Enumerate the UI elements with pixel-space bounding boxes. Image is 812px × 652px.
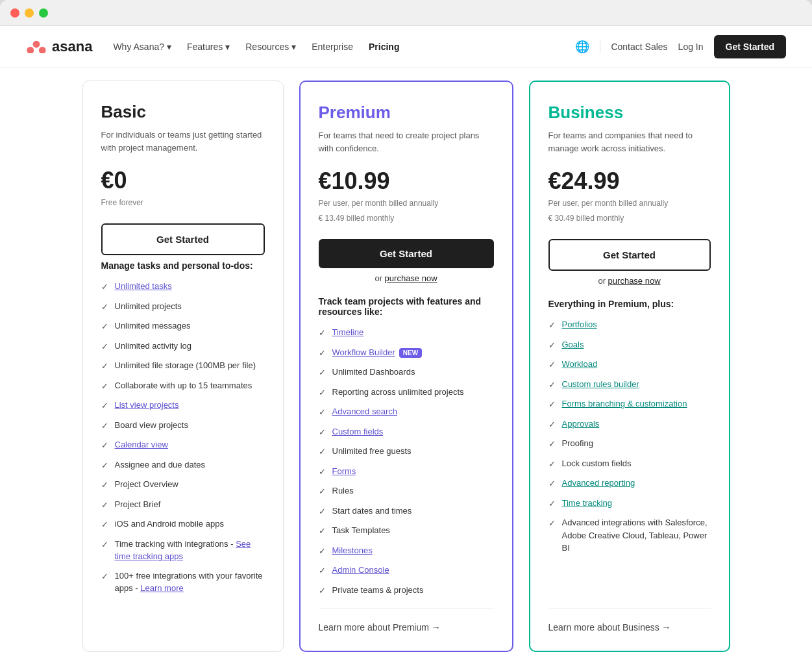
list-item: ✓Advanced search [319,405,494,419]
check-icon: ✓ [101,320,108,333]
list-item: ✓Custom fields [319,425,494,439]
maximize-button[interactable] [39,8,48,18]
premium-price-sub2: € 13.49 billed monthly [319,212,494,225]
traffic-lights [10,8,48,18]
check-icon: ✓ [101,439,108,452]
check-icon: ✓ [319,505,326,518]
check-icon: ✓ [319,386,326,399]
premium-features-heading: Track team projects with features and re… [319,296,494,317]
list-item: ✓Unlimited projects [101,300,265,314]
feature-link[interactable]: Unlimited tasks [115,281,172,291]
check-icon: ✓ [548,438,556,451]
check-icon: ✓ [548,477,556,490]
check-icon: ✓ [319,366,326,379]
feature-link[interactable]: Calendar view [115,440,168,449]
list-item: ✓Timeline [319,326,494,340]
business-plan-name: Business [548,103,711,123]
feature-link[interactable]: Advanced search [332,407,397,416]
learn-more-integrations-link[interactable]: Learn more [140,583,183,593]
feature-link[interactable]: Forms [332,466,356,476]
goals-link[interactable]: Goals [562,340,584,349]
list-item: ✓Advanced reporting [548,477,711,490]
premium-cta-button[interactable]: Get Started [319,239,494,268]
list-item: ✓Admin Console [319,564,494,577]
check-icon: ✓ [548,379,556,392]
logo[interactable]: asana [26,38,92,55]
business-purchase-row: or purchase now [548,276,711,286]
check-icon: ✓ [101,360,108,373]
contact-sales-link[interactable]: Contact Sales [611,42,667,52]
nav-resources[interactable]: Resources ▾ [245,42,296,52]
list-item: ✓Unlimited Dashboards [319,366,494,379]
check-icon: ✓ [101,420,108,433]
premium-plan-card: Premium For teams that need to create pr… [299,81,513,652]
portfolios-link[interactable]: Portfolios [562,320,597,329]
nav-links: Why Asana? ▾ Features ▾ Resources ▾ Ente… [113,42,575,52]
feature-link[interactable]: Milestones [332,545,373,555]
list-item: ✓100+ free integrations with your favori… [101,570,265,595]
workload-link[interactable]: Workload [562,359,598,369]
check-icon: ✓ [101,518,108,531]
minimize-button[interactable] [25,8,34,18]
list-item: ✓Forms branching & customization [548,397,711,411]
check-icon: ✓ [101,538,108,551]
list-item: ✓Workload [548,358,711,371]
nav-why-asana[interactable]: Why Asana? ▾ [113,42,171,52]
feature-link[interactable]: Admin Console [332,565,389,575]
nav-right: 🌐 Contact Sales Log In Get Started [575,35,786,58]
business-cta-button[interactable]: Get Started [548,239,711,271]
check-icon: ✓ [548,339,556,352]
business-plan-price: €24.99 [548,168,711,195]
custom-rules-link[interactable]: Custom rules builder [562,379,639,389]
approvals-link[interactable]: Approvals [562,419,600,429]
feature-link[interactable]: Timeline [332,327,364,337]
business-price-sub2: € 30.49 billed monthly [548,212,711,225]
list-item: ✓Project Overview [101,478,265,492]
nav-enterprise[interactable]: Enterprise [312,42,353,52]
business-footer: Learn more about Business → [548,608,711,633]
see-time-tracking-link[interactable]: See time tracking apps [115,539,251,562]
basic-cta-button[interactable]: Get Started [101,223,265,255]
nav-divider [600,40,600,53]
list-item: ✓Goals [548,338,711,352]
check-icon: ✓ [548,398,556,411]
list-item: ✓Unlimited free guests [319,445,494,458]
svg-point-0 [33,40,40,47]
forms-branching-link[interactable]: Forms branching & customization [562,399,687,408]
close-button[interactable] [10,8,19,18]
feature-link[interactable]: Custom fields [332,427,384,436]
premium-feature-list: ✓Timeline ✓Workflow BuilderNEW ✓Unlimite… [319,326,494,608]
basic-feature-list: ✓Unlimited tasks ✓Unlimited projects ✓Un… [101,280,265,633]
list-item: ✓Assignee and due dates [101,458,265,472]
business-plan-card: Business For teams and companies that ne… [529,81,730,652]
svg-point-1 [27,47,34,53]
check-icon: ✓ [101,499,108,512]
nav-features[interactable]: Features ▾ [187,42,230,52]
premium-purchase-row: or purchase now [319,273,494,283]
asana-logo-icon [26,40,47,53]
business-features-heading: Everything in Premium, plus: [548,299,711,309]
list-item: ✓Reporting across unlimited projects [319,386,494,399]
svg-point-2 [39,47,46,53]
feature-link[interactable]: List view projects [115,400,179,410]
learn-more-premium-link[interactable]: Learn more about Premium → [319,622,494,633]
premium-purchase-link[interactable]: purchase now [385,273,437,283]
business-purchase-link[interactable]: purchase now [608,276,661,286]
get-started-button[interactable]: Get Started [714,35,786,58]
check-icon: ✓ [101,301,108,314]
check-icon: ✓ [319,584,326,597]
business-plan-desc: For teams and companies that need to man… [548,129,711,155]
check-icon: ✓ [101,340,108,353]
nav-pricing[interactable]: Pricing [369,42,399,52]
time-tracking-link[interactable]: Time tracking [562,498,613,508]
advanced-reporting-link[interactable]: Advanced reporting [562,478,635,488]
check-icon: ✓ [548,517,556,530]
learn-more-business-link[interactable]: Learn more about Business → [548,622,711,633]
list-item: ✓Approvals [548,418,711,431]
login-link[interactable]: Log In [678,42,704,52]
check-icon: ✓ [319,445,326,458]
list-item: ✓Advanced integrations with Salesforce, … [548,516,711,555]
list-item: ✓Time tracking [548,497,711,510]
workflow-builder-link[interactable]: Workflow Builder [332,347,395,357]
globe-icon[interactable]: 🌐 [575,40,589,54]
